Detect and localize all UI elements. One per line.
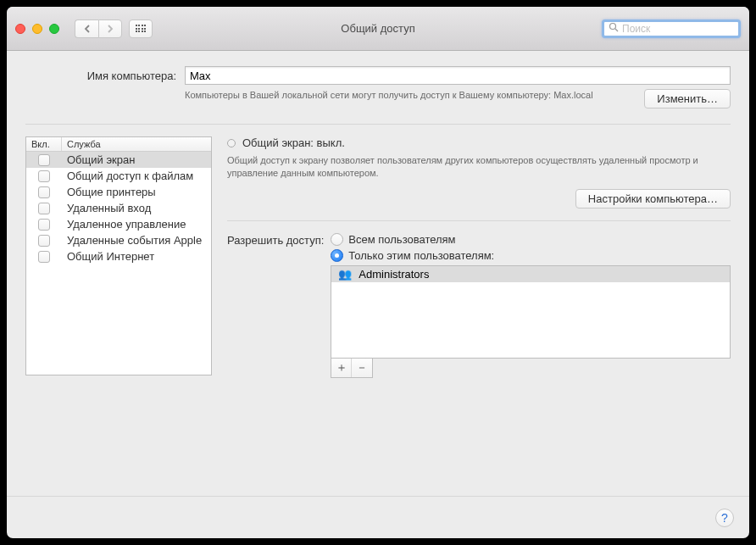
- allow-access-label: Разрешить доступ:: [227, 233, 324, 247]
- service-row[interactable]: Общий экран: [26, 152, 211, 168]
- computer-settings-button[interactable]: Настройки компьютера…: [575, 189, 731, 209]
- user-list-buttons: ＋ －: [331, 359, 373, 378]
- nav-buttons: [75, 19, 122, 38]
- chevron-left-icon: [84, 25, 91, 33]
- service-checkbox[interactable]: [38, 203, 50, 214]
- help-button[interactable]: ?: [715, 509, 734, 527]
- service-row[interactable]: Удаленные события Apple: [26, 232, 211, 248]
- user-item[interactable]: 👥Administrators: [331, 266, 730, 282]
- service-detail: Общий экран: выкл. Общий доступ к экрану…: [227, 136, 731, 378]
- services-table: Вкл. Служба Общий экранОбщий доступ к фа…: [25, 136, 212, 375]
- remove-user-button[interactable]: －: [352, 359, 372, 377]
- close-button[interactable]: [15, 24, 25, 34]
- computer-name-section: Имя компьютера: Компьютеры в Вашей локал…: [25, 66, 731, 108]
- back-button[interactable]: [75, 19, 98, 38]
- service-checkbox[interactable]: [38, 170, 50, 182]
- service-label: Удаленные события Apple: [62, 234, 211, 247]
- service-label: Общий экран: [62, 153, 211, 166]
- user-name: Administrators: [359, 268, 429, 281]
- radio-only-users[interactable]: Только этим пользователям:: [331, 249, 731, 262]
- services-rows: Общий экранОбщий доступ к файламОбщие пр…: [26, 152, 211, 264]
- service-checkbox[interactable]: [38, 186, 50, 198]
- search-input[interactable]: [622, 23, 734, 35]
- zoom-button[interactable]: [49, 24, 59, 34]
- service-label: Удаленное управление: [62, 218, 211, 231]
- footer: ?: [7, 496, 749, 538]
- edit-hostname-button[interactable]: Изменить…: [644, 89, 731, 108]
- search-icon: [609, 22, 619, 35]
- users-icon: 👥: [338, 268, 352, 281]
- add-user-button[interactable]: ＋: [331, 359, 352, 377]
- sharing-preferences-window: Общий доступ Имя компьютера: Компьютеры …: [7, 7, 749, 538]
- services-panel: Вкл. Служба Общий экранОбщий доступ к фа…: [25, 136, 212, 378]
- service-label: Общий Интернет: [62, 250, 211, 263]
- service-checkbox[interactable]: [38, 154, 50, 166]
- separator: [227, 220, 731, 221]
- service-checkbox[interactable]: [38, 251, 50, 263]
- search-field[interactable]: [602, 19, 741, 38]
- service-checkbox[interactable]: [38, 219, 50, 231]
- minimize-button[interactable]: [32, 24, 42, 34]
- forward-button[interactable]: [98, 19, 122, 38]
- service-checkbox[interactable]: [38, 235, 50, 247]
- computer-name-label: Имя компьютера:: [75, 66, 176, 82]
- service-row[interactable]: Общий доступ к файлам: [26, 168, 211, 184]
- service-label: Общие принтеры: [62, 186, 211, 198]
- traffic-lights: [15, 24, 59, 34]
- computer-name-hint: Компьютеры в Вашей локальной сети могут …: [185, 89, 634, 102]
- svg-line-1: [615, 29, 618, 31]
- services-header: Вкл. Служба: [26, 137, 211, 152]
- service-status: Общий экран: выкл.: [242, 136, 345, 149]
- radio-all-label: Всем пользователям: [348, 233, 455, 246]
- computer-name-input[interactable]: [185, 66, 731, 85]
- status-indicator-icon: [227, 139, 236, 147]
- chevron-right-icon: [107, 25, 114, 33]
- titlebar: Общий доступ: [7, 7, 749, 51]
- main-section: Вкл. Служба Общий экранОбщий доступ к фа…: [25, 125, 731, 378]
- help-icon: ?: [721, 511, 728, 525]
- service-row[interactable]: Удаленный вход: [26, 200, 211, 216]
- window-title: Общий доступ: [341, 22, 414, 35]
- service-label: Удаленный вход: [62, 202, 211, 214]
- service-row[interactable]: Общие принтеры: [26, 184, 211, 200]
- plus-icon: ＋: [336, 360, 347, 375]
- content-area: Имя компьютера: Компьютеры в Вашей локал…: [7, 51, 749, 378]
- allow-access-section: Разрешить доступ: Всем пользователям Тол…: [227, 233, 731, 378]
- allowed-users-list[interactable]: 👥Administrators: [331, 265, 731, 359]
- column-on[interactable]: Вкл.: [26, 137, 62, 151]
- column-service[interactable]: Служба: [62, 137, 211, 151]
- service-row[interactable]: Удаленное управление: [26, 216, 211, 232]
- radio-only-label: Только этим пользователям:: [348, 249, 494, 262]
- service-description: Общий доступ к экрану позволяет пользова…: [227, 154, 731, 181]
- radio-icon: [331, 249, 343, 262]
- service-row[interactable]: Общий Интернет: [26, 248, 211, 264]
- minus-icon: －: [356, 360, 368, 375]
- radio-all-users[interactable]: Всем пользователям: [331, 233, 731, 246]
- svg-point-0: [610, 24, 616, 30]
- grid-icon: [136, 25, 147, 32]
- service-label: Общий доступ к файлам: [62, 170, 211, 182]
- show-all-button[interactable]: [129, 19, 153, 38]
- radio-icon: [331, 233, 343, 246]
